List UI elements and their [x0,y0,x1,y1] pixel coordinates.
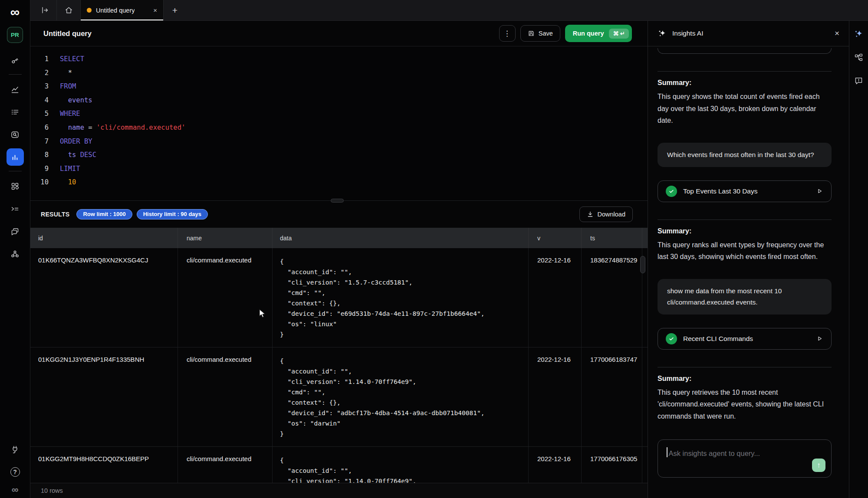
success-check-icon [666,186,677,197]
analytics-chart-icon[interactable] [7,81,24,98]
flows-icon[interactable] [7,245,24,262]
query-title: Untitled query [43,29,92,38]
table-row[interactable]: 01KGG2N1J3Y0ENP1R4F1335BNHcli/command.ex… [30,347,648,447]
results-label: RESULTS [41,211,69,218]
summary-text: This query shows the total count of even… [658,91,832,127]
right-icon-strip [849,21,868,498]
save-icon [528,30,535,37]
table-row[interactable]: 01KGG2MT9H8H8CCDQ0ZK16BEPPcli/command.ex… [30,447,648,483]
results-table-body: 01K66TQNZA3WFBQ8XN2KXSG4CJcli/command.ex… [30,248,648,483]
user-message: Which events fired most often in the las… [658,143,832,167]
table-scrollbar-thumb[interactable] [640,256,645,273]
api-key-icon[interactable] [7,52,24,69]
run-query-button[interactable]: Run query ⌘ ↵ [565,25,632,42]
save-button[interactable]: Save [520,25,560,42]
tab-close-icon[interactable]: × [153,7,157,14]
tab-label: Untitled query [96,7,135,14]
user-message: show me data from the most recent 10 cli… [658,279,832,315]
home-icon[interactable] [57,0,80,20]
success-check-icon [666,333,677,344]
integrations-plug-icon[interactable] [7,441,24,458]
input-placeholder: Ask insights agent to query... [669,449,760,457]
summary-label: Summary: [658,79,832,87]
query-editor-panel: Untitled query ⋮ Save Run query ⌘ ↵ [30,21,648,498]
summary-label: Summary: [658,227,832,235]
insights-ai-tab-icon[interactable] [854,29,864,39]
help-icon[interactable]: ? [7,463,24,481]
sidebar-divider [9,74,22,75]
footer-logo-icon: ∞ [12,484,19,495]
send-button[interactable]: ↑ [812,459,825,472]
run-shortcut-badge: ⌘ ↵ [609,29,629,39]
query-card-top-events[interactable]: Top Events Last 30 Days [658,180,832,202]
run-card-play-icon[interactable] [816,335,823,342]
row-count: 10 rows [41,487,63,494]
code-line: 2 * [30,66,648,80]
apps-grid-icon[interactable] [7,177,24,195]
table-row[interactable]: 01K66TQNZA3WFBQ8XN2KXSG4CJcli/command.ex… [30,248,648,347]
column-header-name[interactable]: name [178,228,273,248]
code-line: 7ORDER BY [30,135,648,149]
app-logo-icon: ∞ [10,4,20,20]
insights-close-icon[interactable]: × [835,29,839,38]
panel-resize-handle[interactable] [331,199,344,203]
new-tab-button[interactable]: + [164,0,186,20]
more-options-button[interactable]: ⋮ [499,25,516,42]
insights-ai-panel: Insights AI × Summary: This query shows … [648,21,849,498]
code-line: 8 ts DESC [30,148,648,162]
unsaved-dot-icon [87,8,92,13]
row-limit-badge[interactable]: Row limit : 1000 [76,209,132,220]
column-header-v[interactable]: v [529,228,582,248]
results-table-header: id name data v ts [30,228,648,248]
code-line: 1SELECT [30,52,648,66]
query-explore-icon[interactable] [7,126,24,143]
summary-text: This query retrieves the 10 most recent … [658,387,832,423]
code-line: 4 events [30,94,648,108]
sparkles-icon [658,29,667,38]
scrolled-card-remnant [658,48,832,54]
insights-conversation: Summary: This query shows the total coun… [648,46,849,498]
code-line: 5WHERE [30,107,648,121]
schema-tree-tab-icon[interactable] [854,53,863,62]
column-header-ts[interactable]: ts [582,228,642,248]
code-lines: 1SELECT2 *3FROM4 events5WHERE6 name = 'c… [30,52,648,190]
tab-bar: Untitled query × + [30,0,868,21]
download-button[interactable]: Download [579,206,633,222]
table-rows-host: 01K66TQNZA3WFBQ8XN2KXSG4CJcli/command.ex… [30,248,648,483]
sidebar-divider [9,171,22,171]
download-icon [587,211,594,218]
code-line: 10 10 [30,176,648,190]
event-log-icon[interactable] [7,103,24,121]
query-card-recent-cli[interactable]: Recent CLI Commands [658,328,832,350]
results-status-bar: 10 rows [30,483,648,498]
run-card-play-icon[interactable] [816,187,823,195]
insights-prompt-input[interactable]: Ask insights agent to query... ↑ [658,439,832,478]
text-caret [667,447,667,457]
sidebar: ∞ PR [0,0,30,498]
tab-untitled-query[interactable]: Untitled query × [80,0,164,20]
summary-text: This query ranks all event types by freq… [658,239,832,263]
code-line: 3FROM [30,80,648,94]
app-window: ∞ PR [0,0,868,498]
sql-code-editor[interactable]: 1SELECT2 *3FROM4 events5WHERE6 name = 'c… [30,46,648,200]
expand-sidebar-icon[interactable] [33,0,56,20]
insights-title: Insights AI [672,29,704,37]
code-line: 9LIMIT [30,162,648,176]
editor-header: Untitled query ⋮ Save Run query ⌘ ↵ [30,21,648,46]
code-line: 6 name = 'cli/command.executed' [30,121,648,135]
summary-label: Summary: [658,375,832,383]
column-header-data[interactable]: data [273,228,529,248]
prompt-list-icon[interactable] [7,200,24,217]
query-results-icon[interactable] [7,148,24,166]
results-toolbar: RESULTS Row limit : 1000 History limit :… [30,200,648,228]
column-header-id[interactable]: id [30,228,178,248]
feedback-tab-icon[interactable] [854,76,863,85]
chat-icon[interactable] [7,223,24,240]
insights-header: Insights AI × [648,21,849,46]
history-limit-badge[interactable]: History limit : 90 days [137,209,208,220]
workspace-badge[interactable]: PR [7,27,23,43]
